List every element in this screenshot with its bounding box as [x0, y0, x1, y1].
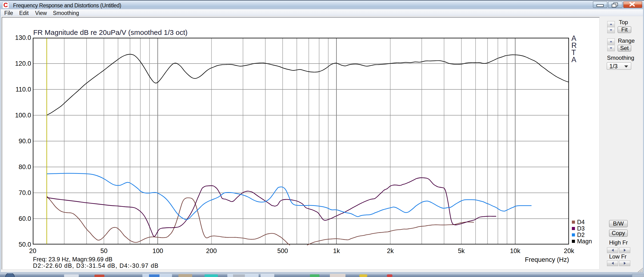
svg-text:D3: D3 [577, 225, 585, 232]
svg-text:20k: 20k [564, 247, 574, 255]
svg-text:80.0: 80.0 [18, 163, 31, 171]
svg-text:Freq: 23.9 Hz, Magn:99.69 dB: Freq: 23.9 Hz, Magn:99.69 dB [33, 256, 112, 263]
svg-text:120.0: 120.0 [15, 60, 31, 67]
svg-text:20: 20 [29, 247, 36, 255]
svg-text:D2:-22.60 dB, D3:-31.54 dB, D4: D2:-22.60 dB, D3:-31.54 dB, D4:-30.97 dB [33, 262, 159, 269]
svg-text:D4: D4 [577, 219, 585, 225]
svg-text:500: 500 [277, 247, 288, 255]
svg-text:50: 50 [100, 247, 108, 255]
svg-text:100.0: 100.0 [15, 112, 31, 119]
svg-text:90.0: 90.0 [18, 138, 31, 145]
svg-text:FR Magnitude dB re 20uPa/V (sm: FR Magnitude dB re 20uPa/V (smoothed 1/3… [33, 28, 188, 36]
svg-text:50.0: 50.0 [18, 241, 31, 248]
svg-text:100: 100 [152, 247, 163, 255]
svg-text:110.0: 110.0 [16, 86, 31, 93]
svg-text:130.0: 130.0 [15, 34, 31, 41]
svg-text:1k: 1k [333, 247, 340, 255]
svg-text:D2: D2 [577, 232, 585, 238]
svg-text:Magn: Magn [577, 238, 592, 245]
svg-text:2k: 2k [387, 247, 394, 255]
svg-text:A: A [572, 55, 576, 64]
svg-text:60.0: 60.0 [18, 215, 31, 222]
svg-text:70.0: 70.0 [18, 189, 31, 196]
svg-text:200: 200 [206, 247, 217, 255]
svg-text:Frequency (Hz): Frequency (Hz) [525, 256, 569, 263]
svg-text:10k: 10k [510, 247, 520, 255]
svg-text:5k: 5k [458, 247, 465, 255]
